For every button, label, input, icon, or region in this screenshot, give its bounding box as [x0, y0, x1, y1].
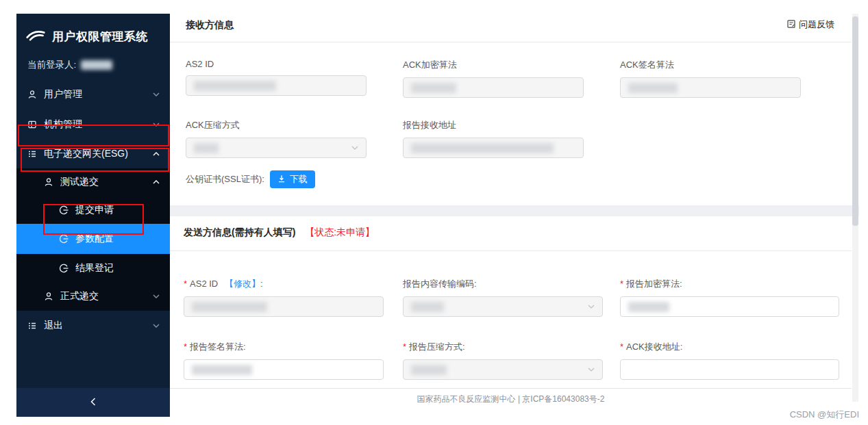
- footer-divider: [170, 388, 852, 389]
- current-user-name-redacted: [81, 60, 112, 70]
- sidebar-item-label: 结果登记: [75, 262, 114, 274]
- field-report-sign: *报告签名算法:: [184, 341, 384, 380]
- chevron-down-icon: [153, 92, 160, 96]
- ack-encrypt-input: [403, 77, 584, 98]
- sidebar-item-test-submission[interactable]: 测试递交: [16, 168, 170, 196]
- field-label: *ACK接收地址:: [620, 341, 839, 353]
- feedback-label: 问题反馈: [799, 18, 834, 31]
- field-ack-compress: ACK压缩方式: [186, 119, 367, 158]
- redacted-value: [411, 365, 447, 375]
- sidebar-item-label: 正式递交: [60, 290, 99, 302]
- sidebar-item-label: 退出: [44, 320, 63, 332]
- required-star: *: [620, 279, 623, 289]
- list-icon: [27, 321, 37, 331]
- current-user-label: 当前登录人:: [27, 59, 76, 71]
- redacted-value: [628, 83, 678, 93]
- field-label-text: 报告压缩方式:: [409, 342, 465, 352]
- field-label-text: 报告加密算法:: [626, 279, 682, 289]
- sidebar-item-formal-submission[interactable]: 正式递交: [16, 282, 170, 311]
- report-encrypt-input[interactable]: [620, 296, 839, 317]
- divider: [170, 250, 852, 251]
- send-as2-id-input: [184, 296, 384, 317]
- sender-title-text: 发送方信息(需持有人填写): [184, 227, 295, 237]
- recv-as2-id-input: [186, 75, 367, 96]
- field-label: *AS2 ID 【修改】:: [184, 278, 384, 290]
- cert-label: 公钥证书(SSL证书):: [186, 173, 264, 185]
- field-label-text: 报告签名算法:: [190, 342, 246, 352]
- field-label: ACK签名算法: [620, 59, 801, 71]
- app-logo: 用户权限管理系统: [16, 14, 170, 49]
- field-recv-as2-id: AS2 ID: [186, 59, 367, 96]
- redacted-value: [192, 302, 267, 312]
- field-label: ACK压缩方式: [186, 119, 367, 131]
- download-icon: [277, 175, 286, 185]
- chevron-down-icon: [153, 324, 160, 328]
- modify-link[interactable]: 【修改】: [225, 279, 260, 289]
- status-badge: 【状态:未申请】: [305, 227, 375, 237]
- redacted-value: [194, 81, 276, 91]
- field-label: *报告压缩方式:: [403, 341, 603, 353]
- field-encoding: 报告内容传输编码:: [403, 278, 603, 317]
- field-send-as2-id: *AS2 ID 【修改】:: [184, 278, 384, 317]
- sidebar-item-esg-gateway[interactable]: 电子递交网关(ESG): [16, 140, 170, 168]
- list-icon: [27, 149, 37, 159]
- person-icon: [44, 292, 53, 301]
- sender-section-title: 发送方信息(需持有人填写) 【状态:未申请】: [184, 227, 375, 239]
- field-report-compress: *报告压缩方式:: [403, 341, 603, 380]
- select-caret-icon: [588, 305, 595, 309]
- sidebar-item-org-management[interactable]: 机构管理: [16, 110, 170, 140]
- field-label: ACK加密算法: [403, 59, 584, 71]
- receiver-section-title: 接收方信息: [186, 19, 234, 31]
- chevron-down-icon: [153, 123, 160, 127]
- scrollbar-thumb[interactable]: [852, 16, 858, 226]
- field-label-text: AS2 ID: [190, 279, 218, 289]
- sidebar-item-label: 测试递交: [60, 176, 99, 188]
- select-caret-icon: [351, 146, 358, 150]
- encoding-select: [403, 296, 603, 317]
- redacted-value: [411, 302, 444, 312]
- feedback-icon: [786, 19, 796, 31]
- footer-text: 国家药品不良反应监测中心 | 京ICP备16043083号-2: [170, 394, 852, 405]
- collapse-left-icon: [90, 396, 96, 409]
- download-label: 下载: [290, 173, 308, 185]
- field-label: *报告加密算法:: [620, 278, 839, 290]
- redacted-value: [628, 302, 669, 312]
- ack-sign-input: [620, 77, 801, 98]
- sidebar-item-submit-application[interactable]: 提交申请: [16, 196, 170, 224]
- esg-submenu: 测试递交 提交申请 参数配置 结果登记 正式递交: [16, 168, 170, 311]
- chevron-down-icon: [153, 294, 160, 298]
- swoosh-logo-icon: [25, 28, 46, 46]
- field-label-text: ACK接收地址:: [626, 342, 682, 352]
- download-button[interactable]: 下载: [270, 170, 315, 188]
- sidebar-item-result-registration[interactable]: 结果登记: [16, 254, 170, 282]
- section-separator: [170, 205, 859, 216]
- sidebar-collapse-trigger[interactable]: [16, 388, 170, 417]
- field-report-encrypt: *报告加密算法:: [620, 278, 839, 317]
- sidebar-item-label: 电子递交网关(ESG): [44, 148, 128, 160]
- sidebar-item-label: 用户管理: [44, 88, 82, 101]
- circle-arrow-icon: [59, 205, 69, 215]
- divider: [170, 42, 852, 42]
- report-sign-input[interactable]: [184, 359, 384, 380]
- sidebar: 用户权限管理系统 当前登录人: 用户管理 机构管理 电子递交网关(ESG) 测试…: [16, 14, 170, 417]
- circle-arrow-icon: [59, 263, 69, 273]
- chevron-up-icon: [153, 152, 160, 156]
- watermark: CSDN @知行EDI: [790, 409, 859, 421]
- ack-addr-input[interactable]: [620, 359, 839, 380]
- report-compress-select: [403, 359, 603, 380]
- feedback-button[interactable]: 问题反馈: [786, 18, 834, 31]
- sidebar-item-parameter-config[interactable]: 参数配置: [16, 224, 170, 254]
- field-report-addr: 报告接收地址: [403, 119, 584, 158]
- field-label: AS2 ID: [186, 59, 367, 69]
- redacted-value: [411, 143, 554, 153]
- sidebar-item-label: 提交申请: [75, 204, 114, 216]
- redacted-value: [411, 83, 456, 93]
- sidebar-item-label: 机构管理: [44, 118, 82, 131]
- person-icon: [44, 177, 53, 187]
- field-label: 报告接收地址: [403, 119, 584, 131]
- field-label: *报告签名算法:: [184, 341, 384, 353]
- report-addr-input: [403, 138, 584, 158]
- sidebar-item-user-management[interactable]: 用户管理: [16, 79, 170, 110]
- org-icon: [27, 120, 37, 129]
- sidebar-item-logout[interactable]: 退出: [16, 311, 170, 341]
